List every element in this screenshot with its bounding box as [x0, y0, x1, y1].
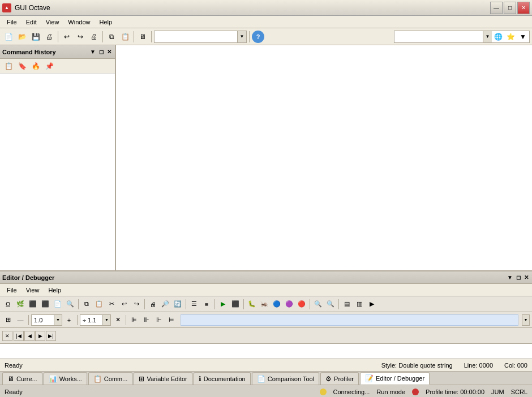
- tab-comparison-tool[interactable]: 📄 Comparison Tool: [252, 372, 319, 385]
- minimize-button[interactable]: —: [490, 2, 503, 14]
- tab-variable-editor[interactable]: ⊞ Variable Editor: [134, 372, 192, 385]
- ed-sep-7: [338, 299, 339, 309]
- toolbar-print[interactable]: 🖨: [88, 31, 100, 43]
- sidebar-tb-btn3[interactable]: 🔥: [29, 60, 42, 72]
- editor-menu-help[interactable]: Help: [44, 286, 66, 295]
- sidebar-content[interactable]: [0, 74, 115, 270]
- toolbar-copy[interactable]: ⧉: [105, 31, 118, 43]
- ed-tb-zoom1[interactable]: 🔍: [312, 299, 324, 310]
- ed-nav-prev[interactable]: ◀: [24, 331, 35, 341]
- ed-tb-debug5[interactable]: 🔴: [296, 299, 307, 310]
- toolbar-btn-4[interactable]: 🖨: [43, 31, 55, 43]
- ed-tb2-func3[interactable]: ⊩: [153, 314, 165, 326]
- toolbar-right-btn2[interactable]: ⭐: [504, 31, 517, 43]
- maximize-button[interactable]: □: [504, 2, 516, 14]
- ed-tb2-func4[interactable]: ⊨: [166, 314, 177, 326]
- toolbar-btn-1[interactable]: 📄: [2, 31, 15, 43]
- tab-profiler[interactable]: ⚙ Profiler: [320, 372, 359, 385]
- editor-content[interactable]: [0, 344, 532, 359]
- menu-help[interactable]: Help: [95, 18, 117, 27]
- ed-tb-print[interactable]: 🖨: [147, 299, 158, 310]
- toolbar-path-arrow[interactable]: ▼: [237, 31, 246, 42]
- ed-zoom-dropdown[interactable]: 1.0 ▼: [31, 314, 62, 326]
- editor-float-btn[interactable]: ▼: [506, 274, 514, 281]
- ed-zoom2-dropdown[interactable]: ÷ 1.1 ▼: [80, 314, 111, 326]
- ed-tb-save[interactable]: ⬛: [40, 299, 51, 310]
- ed-tb-search[interactable]: 🔎: [160, 299, 171, 310]
- ed-tb2-plus[interactable]: +: [63, 314, 75, 326]
- toolbar-right-btn3[interactable]: ▼: [517, 31, 529, 43]
- ed-tb2-btn2[interactable]: —: [15, 314, 26, 326]
- ed-tb-undo[interactable]: ↩: [118, 299, 130, 310]
- ed-tb-paste[interactable]: 📋: [93, 299, 105, 310]
- ed-tb-new[interactable]: 🌿: [15, 299, 26, 310]
- ed-nav-first[interactable]: |◀: [14, 331, 24, 341]
- ed-tb-cut[interactable]: ✂: [106, 299, 117, 310]
- ed-tb-find[interactable]: 🔍: [65, 299, 76, 310]
- menu-window[interactable]: Window: [63, 18, 95, 27]
- ed-tb2-func1[interactable]: ⊫: [128, 314, 140, 326]
- ed-tb-debug4[interactable]: 🟣: [284, 299, 295, 310]
- toolbar-right-input[interactable]: [394, 33, 483, 40]
- sidebar-tb-btn1[interactable]: 📋: [2, 60, 15, 72]
- menu-edit[interactable]: Edit: [22, 18, 41, 27]
- toolbar-right-btn1[interactable]: 🌐: [492, 31, 504, 43]
- ed-nav-last[interactable]: ▶|: [46, 331, 56, 341]
- ed-tb-layout3[interactable]: ▶: [366, 299, 377, 310]
- ed-tb-debug2[interactable]: 🦗: [259, 299, 270, 310]
- ed-tb-redo[interactable]: ↪: [131, 299, 142, 310]
- ed-tb-saveas[interactable]: 📄: [52, 299, 63, 310]
- toolbar-help-button[interactable]: ?: [252, 31, 264, 43]
- ed-tb2-close[interactable]: ✕: [112, 314, 123, 326]
- ed-tb2-btn1[interactable]: ⊞: [2, 314, 14, 326]
- editor-menu-view[interactable]: View: [22, 286, 44, 295]
- sidebar-tb-btn2[interactable]: 🔖: [16, 60, 28, 72]
- toolbar-undo[interactable]: ↩: [61, 31, 73, 43]
- menu-bar: File Edit View Window Help: [0, 16, 532, 28]
- ed-tb-open[interactable]: ⬛: [27, 299, 38, 310]
- editor-undock-btn[interactable]: ◻: [515, 274, 522, 281]
- ed-tb-debug3[interactable]: 🔵: [271, 299, 282, 310]
- ed-tb-debug1[interactable]: 🐛: [246, 299, 258, 310]
- toolbar-btn-2[interactable]: 📂: [16, 31, 28, 43]
- menu-file[interactable]: File: [2, 18, 22, 27]
- ed-tb-replace[interactable]: 🔄: [172, 299, 183, 310]
- tab-editor-debugger[interactable]: 📝 Editor / Debugger: [360, 372, 430, 385]
- ed-tb-layout2[interactable]: ▥: [354, 299, 365, 310]
- editor-close-btn[interactable]: ✕: [523, 274, 530, 281]
- sidebar-undock-btn[interactable]: ◻: [98, 48, 105, 55]
- toolbar-path-dropdown[interactable]: ▼: [154, 31, 247, 43]
- toolbar-btn-3[interactable]: 💾: [29, 31, 42, 43]
- toolbar-paste[interactable]: 📋: [119, 31, 131, 43]
- editor-menu-file[interactable]: File: [2, 286, 22, 295]
- ed-tb-copy[interactable]: ⧉: [81, 299, 92, 310]
- toolbar-path-input[interactable]: [155, 33, 237, 40]
- ed-nav-next[interactable]: ▶: [35, 331, 45, 341]
- toolbar-right-arrow[interactable]: ▼: [483, 31, 492, 42]
- menu-view[interactable]: View: [41, 18, 64, 27]
- ed-zoom2-arrow[interactable]: ▼: [102, 315, 110, 325]
- ed-tb-run[interactable]: ▶: [217, 299, 229, 310]
- ed-nav-close[interactable]: ✕: [2, 331, 12, 341]
- toolbar-right-dropdown[interactable]: ▼ 🌐 ⭐ ▼: [394, 31, 530, 43]
- ed-tb-layout1[interactable]: ▤: [341, 299, 353, 310]
- ed-tb-indent[interactable]: ☰: [188, 299, 200, 310]
- toolbar-monitor[interactable]: 🖥: [136, 31, 149, 43]
- sidebar-close-btn[interactable]: ✕: [106, 48, 113, 55]
- sidebar-tb-btn4[interactable]: 📌: [43, 60, 55, 72]
- toolbar-redo[interactable]: ↪: [74, 31, 87, 43]
- ed-highlight-arrow[interactable]: ▼: [522, 314, 530, 326]
- sidebar-float-btn[interactable]: ▼: [89, 48, 97, 55]
- close-button[interactable]: ✕: [517, 2, 530, 14]
- tab-workspace[interactable]: 📊 Works...: [44, 372, 87, 385]
- tab-current[interactable]: 🖥 Curre...: [2, 372, 42, 385]
- tab-command-history[interactable]: 📋 Comm...: [88, 372, 133, 385]
- editor-area: [116, 45, 532, 270]
- ed-zoom-arrow[interactable]: ▼: [54, 315, 62, 325]
- ed-tb-stop[interactable]: ⬛: [230, 299, 241, 310]
- ed-tb2-func2[interactable]: ⊪: [141, 314, 152, 326]
- ed-tb-zoom2[interactable]: 🔍: [325, 299, 336, 310]
- ed-tb-unindent[interactable]: ≡: [201, 299, 212, 310]
- tab-documentation[interactable]: ℹ Documentation: [194, 372, 251, 385]
- ed-tb-octave[interactable]: Ω: [2, 299, 14, 310]
